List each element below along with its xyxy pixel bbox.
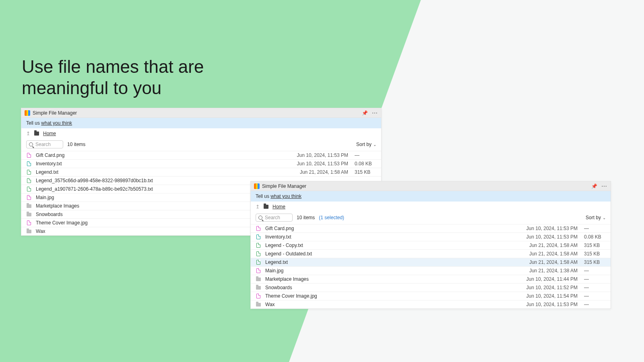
sort-button[interactable]: Sort by ⌄ bbox=[586, 215, 606, 220]
file-list: Gift Card.pngJun 10, 2024, 11:53 PM—Inve… bbox=[251, 224, 611, 309]
file-date: Jun 10, 2024, 11:54 PM bbox=[509, 293, 578, 299]
file-row[interactable]: Gift Card.pngJun 10, 2024, 11:53 PM— bbox=[21, 151, 381, 159]
search-icon bbox=[29, 142, 33, 146]
file-row[interactable]: WaxJun 10, 2024, 11:53 PM— bbox=[251, 300, 611, 309]
heading-line-2: meaningful to you bbox=[22, 78, 161, 98]
file-icon bbox=[26, 220, 32, 225]
file-name: Legend - Copy.txt bbox=[265, 243, 509, 248]
file-icon bbox=[26, 187, 32, 191]
file-icon bbox=[26, 170, 32, 175]
more-icon[interactable]: ⋯ bbox=[372, 110, 378, 116]
feedback-banner[interactable]: Tell us what you think bbox=[21, 118, 381, 128]
folder-icon bbox=[256, 286, 261, 290]
folder-icon bbox=[256, 278, 261, 281]
file-date: Jun 10, 2024, 11:53 PM bbox=[509, 234, 578, 240]
folder-icon bbox=[26, 204, 32, 208]
file-row[interactable]: Inventory.txtJun 10, 2024, 11:53 PM0.08 … bbox=[251, 232, 611, 241]
search-input[interactable] bbox=[35, 142, 60, 147]
folder-icon bbox=[26, 213, 32, 216]
file-icon bbox=[26, 195, 32, 200]
banner-prefix: Tell us bbox=[26, 120, 41, 126]
folder-icon bbox=[264, 205, 268, 209]
file-size: — bbox=[578, 293, 606, 299]
file-size: 315 KB bbox=[578, 259, 606, 265]
banner-link[interactable]: what you think bbox=[41, 120, 72, 126]
search-input-wrap[interactable] bbox=[26, 140, 63, 148]
file-date: Jun 10, 2024, 11:44 PM bbox=[509, 276, 578, 282]
selected-count[interactable]: (1 selected) bbox=[319, 215, 344, 220]
file-icon bbox=[26, 178, 32, 183]
file-name: Theme Cover Image.jpg bbox=[265, 293, 509, 299]
app-title: Simple File Manager bbox=[33, 110, 77, 116]
pin-icon[interactable]: 📌 bbox=[362, 110, 368, 116]
file-row[interactable]: Inventory.txtJun 10, 2024, 11:53 PM0.08 … bbox=[21, 159, 381, 168]
banner-link[interactable]: what you think bbox=[270, 193, 301, 199]
file-name: Marketplace Images bbox=[36, 203, 280, 209]
slide-heading: Use file names that are meaningful to yo… bbox=[22, 56, 204, 99]
banner-prefix: Tell us bbox=[256, 193, 270, 199]
file-size: — bbox=[578, 302, 606, 307]
file-date: Jun 10, 2024, 11:53 PM bbox=[509, 226, 578, 231]
chevron-down-icon: ⌄ bbox=[373, 142, 376, 147]
breadcrumb: ↥ Home bbox=[251, 202, 611, 212]
file-row[interactable]: Gift Card.pngJun 10, 2024, 11:53 PM— bbox=[251, 224, 611, 232]
file-icon bbox=[256, 251, 261, 256]
file-icon bbox=[256, 226, 261, 231]
feedback-banner[interactable]: Tell us what you think bbox=[251, 191, 611, 202]
file-icon bbox=[256, 260, 261, 265]
app-icon bbox=[25, 110, 30, 116]
file-row[interactable]: Legend - Outdated.txtJun 21, 2024, 1:58 … bbox=[251, 249, 611, 258]
toolbar: 10 items (1 selected) Sort by ⌄ bbox=[251, 212, 611, 224]
file-name: Inventory.txt bbox=[36, 161, 280, 167]
file-row[interactable]: Legend.txtJun 21, 2024, 1:58 AM315 KB bbox=[251, 258, 611, 266]
file-size: 315 KB bbox=[578, 251, 606, 257]
up-arrow-icon[interactable]: ↥ bbox=[26, 131, 30, 136]
file-date: Jun 10, 2024, 11:52 PM bbox=[509, 285, 578, 290]
file-icon bbox=[26, 153, 32, 158]
file-size: 315 KB bbox=[578, 243, 606, 248]
more-icon[interactable]: ⋯ bbox=[601, 183, 607, 189]
titlebar: Simple File Manager 📌 ⋯ bbox=[21, 108, 381, 118]
search-icon bbox=[258, 216, 262, 220]
file-size: — bbox=[578, 268, 606, 274]
file-name: Snowboards bbox=[36, 212, 280, 217]
pin-icon[interactable]: 📌 bbox=[591, 183, 597, 189]
file-size: 315 KB bbox=[348, 169, 376, 175]
file-row[interactable]: Main.jpgJun 21, 2024, 1:38 AM— bbox=[251, 266, 611, 275]
file-size: 0.08 KB bbox=[578, 234, 606, 240]
search-input[interactable] bbox=[265, 215, 289, 220]
file-size: — bbox=[578, 276, 606, 282]
breadcrumb-home[interactable]: Home bbox=[272, 204, 285, 210]
folder-icon bbox=[26, 230, 32, 233]
sort-label: Sort by bbox=[356, 142, 372, 147]
file-icon bbox=[256, 234, 261, 239]
file-date: Jun 21, 2024, 1:58 AM bbox=[509, 243, 578, 248]
file-name: Legend.txt bbox=[36, 169, 280, 175]
up-arrow-icon[interactable]: ↥ bbox=[256, 204, 260, 210]
app-title: Simple File Manager bbox=[262, 183, 306, 189]
titlebar: Simple File Manager 📌 ⋯ bbox=[251, 181, 611, 191]
file-name: Main.jpg bbox=[265, 268, 509, 274]
sort-button[interactable]: Sort by ⌄ bbox=[356, 142, 376, 147]
file-icon bbox=[256, 268, 261, 273]
breadcrumb: ↥ Home bbox=[21, 128, 381, 139]
file-name: Gift Card.png bbox=[265, 226, 509, 231]
folder-icon bbox=[34, 132, 39, 136]
search-input-wrap[interactable] bbox=[256, 214, 293, 222]
file-name: Marketplace Images bbox=[265, 276, 509, 282]
file-row[interactable]: Legend - Copy.txtJun 21, 2024, 1:58 AM31… bbox=[251, 241, 611, 249]
file-row[interactable]: Marketplace ImagesJun 10, 2024, 11:44 PM… bbox=[251, 275, 611, 283]
file-row[interactable]: Theme Cover Image.jpgJun 10, 2024, 11:54… bbox=[251, 292, 611, 300]
item-count: 10 items bbox=[67, 142, 85, 147]
file-name: Inventory.txt bbox=[265, 234, 509, 240]
file-date: Jun 21, 2024, 1:58 AM bbox=[509, 251, 578, 257]
file-row[interactable]: SnowboardsJun 10, 2024, 11:52 PM— bbox=[251, 283, 611, 292]
file-icon bbox=[256, 243, 261, 248]
file-name: Legend - Outdated.txt bbox=[265, 251, 509, 257]
file-date: Jun 21, 2024, 1:58 AM bbox=[280, 169, 348, 175]
file-row[interactable]: Legend.txtJun 21, 2024, 1:58 AM315 KB bbox=[21, 168, 381, 176]
breadcrumb-home[interactable]: Home bbox=[43, 131, 56, 136]
sort-label: Sort by bbox=[586, 215, 601, 220]
file-name: Gift Card.png bbox=[36, 152, 280, 158]
file-size: 0.08 KB bbox=[348, 161, 376, 167]
